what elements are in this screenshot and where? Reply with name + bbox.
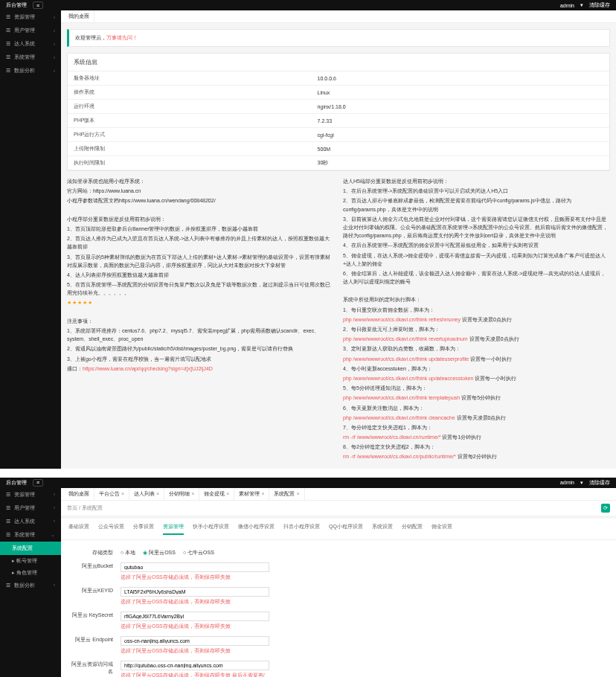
- tab-strip-2: 我的桌面平台公告 ×达人列表 ×分销明细 ×佣金提现 ×素材管理 ×系统配置 ×: [61, 488, 616, 501]
- tab[interactable]: 佣金提现 ×: [199, 488, 234, 500]
- table-row: PHP运行方式cgi-fcgi: [68, 128, 609, 142]
- user-dropdown-icon[interactable]: ▾: [580, 2, 583, 8]
- refresh-icon[interactable]: ⟳: [601, 504, 610, 513]
- menu-icon: ☰: [6, 41, 11, 47]
- chevron-left-icon: ‹: [54, 42, 55, 47]
- chevron-left-icon: ‹: [54, 28, 55, 33]
- radio-option[interactable]: ◉ 阿里云OSS: [143, 549, 176, 556]
- text-input[interactable]: [121, 562, 269, 572]
- field-hint: 选择了阿里云OSS存储必须填，否则保存即失效: [121, 574, 609, 581]
- close-icon[interactable]: ×: [261, 491, 264, 496]
- settings-tab[interactable]: 系统设置: [372, 523, 393, 535]
- brand-2: 后台管理: [6, 479, 27, 487]
- star-rating: ★★★★★: [67, 298, 334, 307]
- menu-toggle-icon-2[interactable]: ≡: [33, 479, 43, 487]
- settings-tab[interactable]: 公众号设置: [98, 523, 124, 535]
- welcome-alert: 欢迎管理员，万事请先问！: [67, 29, 610, 47]
- field-hint: 选择了阿里云OSS存储必须填，否则保存即失效: [121, 647, 609, 655]
- settings-tab[interactable]: 分享设置: [133, 523, 154, 535]
- table-row: 运行环境nginx/1.18.0: [68, 100, 609, 114]
- text-input[interactable]: [121, 661, 269, 670]
- menu-icon: ☰: [6, 54, 11, 60]
- tab[interactable]: 平台公告 ×: [94, 488, 129, 500]
- radio-option[interactable]: ○ 七牛云OSS: [183, 549, 214, 556]
- tab[interactable]: 素材管理 ×: [234, 488, 269, 500]
- close-icon[interactable]: ×: [156, 491, 159, 496]
- sysinfo-title: 系统信息: [68, 54, 609, 71]
- text-input[interactable]: [121, 587, 269, 597]
- settings-tab[interactable]: 微信小程序设置: [238, 523, 275, 535]
- sidebar-item[interactable]: ☰达人系统‹: [0, 515, 61, 528]
- chevron-left-icon: ‹: [54, 68, 55, 74]
- sidebar-item[interactable]: ☰数据分析‹: [0, 64, 61, 77]
- sidebar: ☰资源管理‹☰用户管理‹☰达人系统‹☰系统管理‹☰数据分析‹: [0, 10, 61, 469]
- table-row: 服务器地址10.0.0.6: [68, 71, 609, 86]
- sysinfo-table: 服务器地址10.0.0.6操作系统Linux运行环境nginx/1.18.0PH…: [68, 71, 609, 170]
- field-hint: 选择了阿里云OSS存储必须填，否则保存即失效: [121, 598, 609, 606]
- breadcrumb: 首页 / 系统配置 ⟳: [61, 501, 616, 516]
- tab[interactable]: 我的桌面: [64, 488, 94, 500]
- storage-form: 存储类型○ 本地◉ 阿里云OSS○ 七牛云OSS阿里云Bucket选择了阿里云O…: [61, 540, 616, 677]
- sidebar-item[interactable]: ☰资源管理‹: [0, 488, 61, 501]
- settings-tab[interactable]: 基础设置: [68, 523, 89, 535]
- storage-type-radio[interactable]: ○ 本地◉ 阿里云OSS○ 七牛云OSS: [121, 549, 609, 556]
- sidebar-item[interactable]: ☰用户管理‹: [0, 24, 61, 37]
- settings-tab[interactable]: 抖音小程序设置: [283, 523, 320, 535]
- close-icon[interactable]: ×: [296, 491, 299, 496]
- user-menu[interactable]: admin: [560, 3, 574, 8]
- clear-cache-button[interactable]: 清除缓存: [589, 1, 610, 9]
- menu-icon: ☰: [6, 14, 11, 20]
- sidebar-item[interactable]: ☰系统管理‹: [0, 51, 61, 64]
- table-row: 操作系统Linux: [68, 86, 609, 100]
- table-row: PHP版本7.2.33: [68, 114, 609, 128]
- sidebar-item-analysis[interactable]: ☰数据分析‹: [0, 579, 61, 592]
- field-hint: 选择了阿里云OSS存储必须填，否则保存即失效 最后不需要有/: [121, 672, 609, 677]
- tab[interactable]: 系统配置 ×: [269, 488, 304, 500]
- tab-desktop[interactable]: 我的桌面: [64, 10, 94, 22]
- settings-tabs: 基础设置公众号设置分享设置资源管理快手小程序设置微信小程序设置抖音小程序设置QQ…: [61, 519, 616, 540]
- settings-tab[interactable]: 资源管理: [163, 523, 184, 535]
- chevron-left-icon: ‹: [54, 55, 55, 60]
- field-hint: 选择了阿里云OSS存储必须填，否则保存即失效: [121, 623, 609, 630]
- sidebar-item-sysconfig[interactable]: 系统配置: [0, 542, 61, 555]
- right-notes: 达人H5端部分重要数据是反使用前初步说明： 1、在后台系统管理->系统配置的基础…: [343, 177, 610, 463]
- api-link[interactable]: https://www.luana.cn/api/qq/checking?sig…: [83, 366, 213, 371]
- sidebar-item[interactable]: ☰资源管理‹: [0, 10, 61, 24]
- settings-tab[interactable]: QQ小程序设置: [329, 523, 363, 535]
- tab-strip: 我的桌面: [61, 10, 616, 23]
- close-icon[interactable]: ×: [191, 491, 194, 496]
- left-notes: 须知登录系统也能用小程序系统： 官方网站：https://www.luana.c…: [67, 177, 334, 463]
- clear-cache-button-2[interactable]: 清除缓存: [589, 479, 610, 487]
- settings-tab[interactable]: 佣金设置: [431, 523, 452, 535]
- text-input[interactable]: [121, 636, 269, 646]
- menu-icon: ☰: [6, 68, 11, 74]
- official-link[interactable]: https://www.luana.cn: [93, 188, 141, 193]
- chevron-down-icon: ⌄: [51, 532, 55, 538]
- brand: 后台管理: [6, 1, 27, 9]
- table-row: 执行时间限制30秒: [68, 156, 609, 170]
- close-icon[interactable]: ×: [226, 491, 229, 496]
- chevron-left-icon: ‹: [54, 15, 55, 20]
- menu-icon: ☰: [6, 28, 11, 33]
- sidebar-item-account[interactable]: ▸ 帐号管理: [0, 555, 61, 567]
- radio-option[interactable]: ○ 本地: [121, 549, 135, 556]
- text-input[interactable]: [121, 612, 269, 621]
- close-icon[interactable]: ×: [121, 491, 124, 496]
- user-menu-2[interactable]: admin: [560, 480, 574, 485]
- sidebar-item[interactable]: ☰达人系统‹: [0, 37, 61, 51]
- user-dropdown-icon-2[interactable]: ▾: [580, 480, 583, 486]
- sidebar-item-system[interactable]: ☰系统管理⌄: [0, 528, 61, 542]
- tab[interactable]: 分销明细 ×: [164, 488, 199, 500]
- menu-toggle-icon[interactable]: ≡: [33, 1, 43, 9]
- sidebar-2: ☰资源管理‹☰用户管理‹☰达人系统‹☰系统管理⌄系统配置▸ 帐号管理▸ 角色管理…: [0, 488, 61, 677]
- top-bar-2: 后台管理 ≡ admin ▾ 清除缓存: [0, 478, 616, 488]
- top-bar: 后台管理 ≡ admin ▾ 清除缓存: [0, 0, 616, 10]
- settings-tab[interactable]: 快手小程序设置: [193, 523, 229, 535]
- settings-tab[interactable]: 分销配置: [402, 523, 423, 535]
- tab[interactable]: 达人列表 ×: [129, 488, 164, 500]
- sidebar-item[interactable]: ☰用户管理‹: [0, 501, 61, 515]
- table-row: 上传附件限制500M: [68, 142, 609, 156]
- sidebar-item-role[interactable]: ▸ 角色管理: [0, 567, 61, 579]
- sysinfo-card: 系统信息 服务器地址10.0.0.6操作系统Linux运行环境nginx/1.1…: [67, 53, 610, 171]
